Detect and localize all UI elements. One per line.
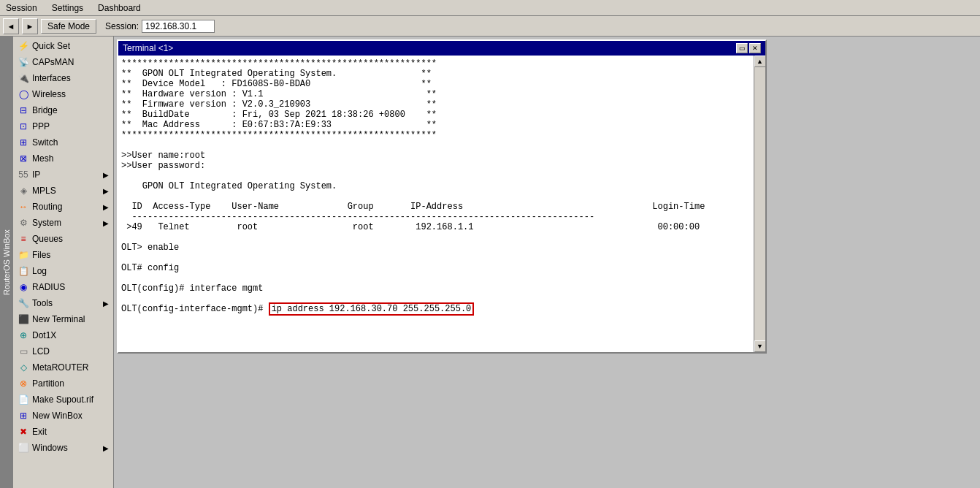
sidebar-item-files[interactable]: 📁 Files [13,247,113,263]
sidebar-label-new-winbox: New WinBox [32,411,83,421]
sidebar-icon-lcd: ▭ [18,346,29,357]
sidebar-arrow-routing: ▶ [103,203,109,211]
safe-mode-button[interactable]: Safe Mode [41,19,96,34]
sidebar-icon-files: 📁 [18,249,29,261]
sidebar-icon-routing: ↔ [18,201,29,213]
forward-button[interactable]: ► [22,18,38,34]
menu-bar: Session Settings Dashboard [0,0,980,16]
sidebar-label-mpls: MPLS [32,186,56,196]
sidebar-item-metarouter[interactable]: ◇ MetaROUTER [13,359,113,375]
sidebar-arrow-windows: ▶ [103,444,109,452]
session-label: Session: [105,21,139,31]
menu-settings[interactable]: Settings [49,2,86,14]
sidebar-item-mesh[interactable]: ⊠ Mesh [13,150,113,167]
sidebar-icon-bridge: ⊟ [18,104,29,116]
sidebar-label-partition: Partition [32,378,64,389]
sidebar-arrow-ip: ▶ [103,171,109,179]
sidebar-item-log[interactable]: 📋 Log [13,263,113,279]
sidebar-item-lcd[interactable]: ▭ LCD [13,343,113,359]
sidebar-label-wireless: Wireless [32,89,66,99]
sidebar-arrow-system: ▶ [103,219,109,227]
sidebar-item-exit[interactable]: ✖ Exit [13,424,113,440]
sidebar-icon-switch: ⊞ [18,137,29,148]
menu-dashboard[interactable]: Dashboard [95,2,144,14]
terminal-titlebar: Terminal <1> ▭ ✕ [118,41,765,56]
sidebar-label-log: Log [32,266,47,276]
sidebar-label-routing: Routing [32,202,62,212]
sidebar-icon-mpls: ◈ [18,185,29,197]
sidebar-item-new-winbox[interactable]: ⊞ New WinBox [13,408,113,424]
sidebar-icon-make-supout: 📄 [18,394,29,405]
sidebar-item-ppp[interactable]: ⊡ PPP [13,118,113,134]
back-button[interactable]: ◄ [3,18,19,34]
sidebar-item-routing[interactable]: ↔ Routing ▶ [13,199,113,215]
sidebar-icon-windows: ⬜ [18,442,29,454]
sidebar-icon-new-winbox: ⊞ [18,410,29,422]
sidebar-icon-log: 📋 [18,265,29,277]
scroll-down-button[interactable]: ▼ [754,340,766,352]
sidebar-label-radius: RADIUS [32,282,65,292]
sidebar-item-radius[interactable]: ◉ RADIUS [13,279,113,295]
sidebar-item-switch[interactable]: ⊞ Switch [13,134,113,150]
sidebar-label-ppp: PPP [32,121,50,131]
toolbar: ◄ ► Safe Mode Session: 192.168.30.1 [0,16,980,37]
sidebar-icon-capsman: 📡 [18,56,29,68]
sidebar-item-bridge[interactable]: ⊟ Bridge [13,102,113,118]
sidebar-item-queues[interactable]: ≡ Queues [13,231,113,247]
vertical-app-label: RouterOS WinBox [0,37,13,488]
sidebar-item-capsman[interactable]: 📡 CAPsMAN [13,54,113,70]
sidebar-item-partition[interactable]: ⊗ Partition [13,375,113,392]
terminal-content-row: ****************************************… [118,56,765,352]
sidebar-icon-wireless: ◯ [18,88,29,100]
sidebar-icon-queues: ≡ [18,233,29,245]
sidebar-icon-quick-set: ⚡ [18,40,29,52]
sidebar-label-interfaces: Interfaces [32,73,71,83]
sidebar-icon-interfaces: 🔌 [18,72,29,84]
terminal-prompt: OLT(config-interface-mgmt)# [121,304,269,314]
sidebar-label-ip: IP [32,169,40,180]
sidebar-label-new-terminal: New Terminal [32,314,85,324]
sidebar-label-exit: Exit [32,427,47,437]
sidebar-item-system[interactable]: ⚙ System ▶ [13,215,113,231]
terminal-window: Terminal <1> ▭ ✕ ***********************… [117,39,767,354]
sidebar-item-ip[interactable]: 55 IP ▶ [13,167,113,183]
sidebar-icon-mesh: ⊠ [18,153,29,164]
terminal-restore-button[interactable]: ▭ [736,43,748,53]
terminal-controls: ▭ ✕ [736,43,761,53]
sidebar-label-files: Files [32,250,50,260]
menu-session[interactable]: Session [3,2,40,14]
sidebar-icon-system: ⚙ [18,217,29,229]
sidebar-item-dot1x[interactable]: ⊕ Dot1X [13,327,113,343]
sidebar-item-windows[interactable]: ⬜ Windows ▶ [13,440,113,456]
sidebar-label-mesh: Mesh [32,153,53,164]
sidebar-item-mpls[interactable]: ◈ MPLS ▶ [13,183,113,199]
sidebar-label-capsman: CAPsMAN [32,57,74,67]
terminal-body[interactable]: ****************************************… [118,56,754,352]
sidebar-item-new-terminal[interactable]: ⬛ New Terminal [13,311,113,327]
sidebar-label-tools: Tools [32,298,53,308]
sidebar-icon-ip: 55 [18,169,29,180]
terminal-input[interactable]: ip address 192.168.30.70 255.255.255.0 [269,302,475,316]
sidebar-icon-dot1x: ⊕ [18,329,29,341]
sidebar-label-quick-set: Quick Set [32,41,70,51]
scroll-track [754,67,765,340]
sidebar-label-lcd: LCD [32,346,50,357]
session-value: 192.168.30.1 [142,20,215,33]
terminal-close-button[interactable]: ✕ [749,43,761,53]
sidebar-item-tools[interactable]: 🔧 Tools ▶ [13,295,113,311]
sidebar-arrow-tools: ▶ [103,300,109,308]
sidebar-item-wireless[interactable]: ◯ Wireless [13,86,113,102]
sidebar-item-quick-set[interactable]: ⚡ Quick Set [13,38,113,54]
sidebar-label-metarouter: MetaROUTER [32,362,88,373]
sidebar-arrow-mpls: ▶ [103,187,109,195]
sidebar-item-interfaces[interactable]: 🔌 Interfaces [13,70,113,86]
main-layout: RouterOS WinBox ⚡ Quick Set 📡 CAPsMAN 🔌 … [0,37,980,488]
sidebar-label-windows: Windows [32,443,68,453]
scroll-up-button[interactable]: ▲ [754,56,766,67]
sidebar-icon-metarouter: ◇ [18,362,29,373]
sidebar-item-make-supout[interactable]: 📄 Make Supout.rif [13,392,113,408]
sidebar-icon-exit: ✖ [18,426,29,438]
sidebar-label-system: System [32,218,61,228]
terminal-title: Terminal <1> [123,43,173,53]
sidebar-icon-partition: ⊗ [18,378,29,389]
